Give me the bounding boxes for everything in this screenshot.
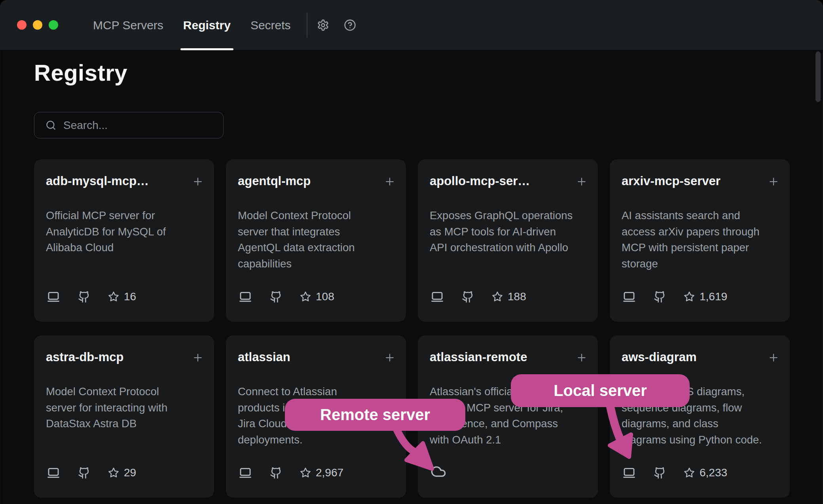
registry-card[interactable]: adb-mysql-mcp… Official MCP server forAn… (34, 159, 214, 322)
star-count: 188 (508, 290, 526, 303)
settings-button[interactable] (313, 15, 333, 35)
footer-local-icons: 108 (239, 290, 334, 303)
minimize-button[interactable] (33, 20, 42, 30)
close-button[interactable] (17, 20, 27, 30)
tab-registry[interactable]: Registry (183, 0, 231, 50)
github-icon (270, 291, 282, 303)
search-input[interactable] (63, 119, 214, 132)
card-footer: 29 (47, 466, 136, 479)
card-footer: 1,619 (622, 290, 727, 303)
plus-icon (768, 352, 779, 364)
star-icon (684, 467, 695, 478)
github-icon (78, 291, 90, 303)
registry-card[interactable]: astra-db-mcp Model Context Protocolserve… (34, 335, 214, 498)
add-server-button[interactable] (768, 352, 779, 364)
registry-card[interactable]: arxiv-mcp-server AI assistants search an… (610, 159, 790, 322)
description-line: server for interacting with (46, 400, 205, 416)
stars: 188 (492, 290, 526, 303)
main-nav: MCP Servers Registry Secrets (93, 0, 291, 50)
zoom-button[interactable] (49, 20, 58, 30)
add-server-button[interactable] (192, 176, 204, 188)
scrollbar-thumb[interactable] (815, 51, 821, 102)
registry-card[interactable]: apollo-mcp-ser… Exposes GraphQL operatio… (418, 159, 598, 322)
app-window: MCP Servers Registry Secrets Registry ad… (0, 0, 823, 504)
card-header: atlassian-remote (430, 350, 588, 364)
laptop-icon (622, 466, 636, 479)
stars: 16 (108, 290, 136, 303)
help-icon (344, 19, 356, 31)
footer-local-icons: 1,619 (622, 290, 727, 303)
card-footer: 108 (239, 290, 334, 303)
star-icon (108, 467, 119, 478)
star-count: 6,233 (700, 466, 727, 479)
github-icon (462, 291, 474, 303)
footer-local-icons: 6,233 (622, 466, 727, 479)
help-button[interactable] (340, 15, 360, 35)
card-header: arxiv-mcp-server (622, 174, 779, 188)
server-description: Model Context Protocolserver for interac… (46, 384, 205, 432)
description-line: Official MCP server for (46, 208, 205, 224)
add-server-button[interactable] (576, 176, 588, 188)
star-count: 2,967 (316, 466, 343, 479)
card-footer: 188 (430, 290, 526, 303)
add-server-button[interactable] (576, 352, 588, 364)
server-name: astra-db-mcp (46, 350, 123, 364)
card-footer: 6,233 (622, 466, 727, 479)
add-server-button[interactable] (384, 352, 396, 364)
traffic-lights (17, 20, 58, 30)
footer-local-icons: 2,967 (239, 466, 343, 479)
plus-icon (384, 352, 396, 364)
laptop-icon (622, 290, 636, 303)
cloud-icon (430, 464, 446, 479)
description-line: access arXiv papers through (622, 224, 780, 240)
star-count: 29 (124, 466, 136, 479)
plus-icon (192, 352, 204, 364)
description-line: Model Context Protocol (46, 384, 205, 400)
add-server-button[interactable] (192, 352, 204, 364)
add-server-button[interactable] (768, 176, 779, 188)
description-line: server that integrates (238, 224, 396, 240)
registry-card[interactable]: agentql-mcp Model Context Protocolserver… (226, 159, 406, 322)
registry-card[interactable]: aws-diagram Generate AWS diagrams,sequen… (610, 335, 790, 498)
gear-icon (317, 19, 329, 31)
server-description: Model Context Protocolserver that integr… (238, 208, 396, 272)
add-server-button[interactable] (384, 176, 396, 188)
star-icon (492, 291, 503, 302)
github-icon (654, 291, 666, 303)
plus-icon (576, 176, 588, 188)
description-line: Alibaba Cloud (46, 240, 205, 256)
laptop-icon (47, 466, 60, 479)
remote-server-badge: Remote server (285, 399, 465, 431)
card-header: adb-mysql-mcp… (46, 174, 204, 188)
github-icon (654, 467, 666, 479)
stars: 29 (108, 466, 136, 479)
star-icon (300, 291, 311, 302)
plus-icon (768, 176, 779, 188)
description-line: AnalyticDB for MySQL of (46, 224, 205, 240)
titlebar-divider (307, 12, 307, 38)
tab-mcp-servers[interactable]: MCP Servers (93, 0, 163, 50)
server-name: atlassian-remote (430, 350, 527, 364)
description-line: deployments. (238, 432, 396, 448)
star-icon (300, 467, 311, 478)
server-name: adb-mysql-mcp… (46, 174, 149, 188)
description-line: with OAuth 2.1 (430, 432, 588, 448)
description-line: API orchestration with Apollo (430, 240, 588, 256)
plus-icon (384, 176, 396, 188)
star-icon (108, 291, 119, 302)
stars: 108 (300, 290, 334, 303)
tab-secrets[interactable]: Secrets (250, 0, 291, 50)
server-name: apollo-mcp-ser… (430, 174, 530, 188)
description-line: Connect to Atlassian (238, 384, 396, 400)
laptop-icon (47, 290, 60, 303)
description-line: Model Context Protocol (238, 208, 396, 224)
description-line: diagrams using Python code. (622, 432, 780, 448)
plus-icon (192, 176, 204, 188)
card-header: agentql-mcp (238, 174, 396, 188)
server-name: aws-diagram (622, 350, 697, 364)
github-icon (78, 467, 90, 479)
laptop-icon (430, 290, 444, 303)
server-name: atlassian (238, 350, 290, 364)
plus-icon (576, 352, 588, 364)
description-line: as MCP tools for AI-driven (430, 224, 588, 240)
